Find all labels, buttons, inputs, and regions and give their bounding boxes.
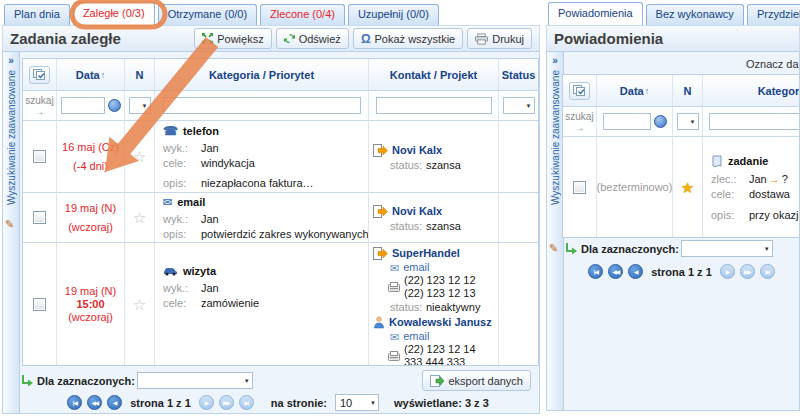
company-icon xyxy=(373,205,388,218)
date-picker-icon[interactable] xyxy=(108,99,121,112)
last-page-button[interactable]: ▶| xyxy=(239,395,254,410)
left-tab-bar: Plan dnia Zaległe (0/3) Otrzymane (0/0) … xyxy=(2,2,540,25)
prev-page-button[interactable]: ◀ xyxy=(107,395,122,410)
star-icon[interactable]: ☆ xyxy=(133,297,146,312)
status-filter-dropdown[interactable]: ▼ xyxy=(503,97,535,114)
company-icon xyxy=(373,247,388,260)
first-page-button[interactable]: |◀ xyxy=(588,264,603,279)
tab-przydzielone[interactable]: Przydzielone xyxy=(747,4,800,25)
collapse-chevron-icon[interactable]: » xyxy=(547,52,563,66)
pagination-bar: |◀ ◀◀ ◀ strona 1 z 1 ▶ ▶▶ ▶| xyxy=(564,264,799,279)
row-checkbox[interactable] xyxy=(33,298,46,311)
refresh-icon xyxy=(284,33,295,44)
row-checkbox-cell xyxy=(23,243,57,365)
column-header-category[interactable]: Kategoria / Priorytet xyxy=(155,59,369,91)
fast-prev-button[interactable]: ◀◀ xyxy=(608,264,623,279)
column-header-n[interactable]: N xyxy=(673,75,703,107)
printer-icon xyxy=(475,33,488,45)
edit-pencil-icon[interactable]: ✎ xyxy=(549,242,558,255)
bulk-action-dropdown[interactable]: ▼ xyxy=(681,240,773,257)
date-filter-input[interactable] xyxy=(603,113,651,130)
fast-next-button[interactable]: ▶▶ xyxy=(219,395,234,410)
tab-zalegle[interactable]: Zaległe (0/3) xyxy=(73,2,155,25)
export-data-button[interactable]: eksport danych xyxy=(422,370,531,391)
apply-arrow-icon xyxy=(566,243,577,255)
date-filter-input[interactable] xyxy=(61,97,105,114)
n-filter-dropdown[interactable]: ▼ xyxy=(129,97,151,114)
page-title: Powiadomienia xyxy=(554,30,663,47)
star-icon[interactable]: ☆ xyxy=(133,149,146,164)
prev-page-button[interactable]: ◀ xyxy=(628,264,643,279)
column-header-contact[interactable]: Kontakt / Projekt xyxy=(369,59,499,91)
select-all-button[interactable] xyxy=(569,82,590,100)
right-content: » Wyszukiwanie zaawansowane ✎ Oznacz da … xyxy=(546,52,800,411)
contact-link[interactable]: SuperHandel xyxy=(373,247,498,260)
column-header-date[interactable]: Data↑ xyxy=(597,75,673,107)
mark-date-label: Oznacz da xyxy=(746,58,799,70)
category-filter-cell xyxy=(703,107,800,137)
notification-category-cell: zadanie zlec.:Jan→? cele:dostawa opis:pr… xyxy=(703,137,800,237)
collapse-chevron-icon[interactable]: » xyxy=(3,52,19,66)
fax-icon xyxy=(388,351,400,361)
date-picker-icon[interactable] xyxy=(654,115,667,128)
category-filter-input[interactable] xyxy=(709,113,800,130)
envelope-icon: ✉ xyxy=(390,263,399,273)
first-page-button[interactable]: |◀ xyxy=(67,395,82,410)
omega-icon: Ω xyxy=(361,34,371,44)
enlarge-button[interactable]: Powiększ xyxy=(194,28,271,49)
fast-prev-button[interactable]: ◀◀ xyxy=(87,395,102,410)
select-all-button[interactable] xyxy=(29,66,50,84)
column-header-date[interactable]: Data↑ xyxy=(57,59,125,91)
notifications-panel: Powiadomienia Bez wykonawcy Przydzielone… xyxy=(546,2,800,411)
contact-link[interactable]: Novi Kalx xyxy=(373,144,498,157)
person-link[interactable]: Kowalewski Janusz xyxy=(373,316,498,329)
tab-otrzymane[interactable]: Otrzymane (0/0) xyxy=(158,4,257,25)
row-checkbox[interactable] xyxy=(33,211,46,224)
next-page-button[interactable]: ▶ xyxy=(720,264,735,279)
column-header-status[interactable]: Status xyxy=(499,59,538,91)
edit-pencil-icon[interactable]: ✎ xyxy=(5,218,14,231)
column-header-n[interactable]: N xyxy=(125,59,155,91)
row-checkbox[interactable] xyxy=(573,181,586,194)
task-contact-cell: SuperHandel ✉email (22) 123 12 12(22) 12… xyxy=(369,243,499,365)
overdue-tasks-panel: Plan dnia Zaległe (0/3) Otrzymane (0/0) … xyxy=(2,2,540,414)
per-page-dropdown[interactable]: 10▼ xyxy=(335,394,379,411)
tab-zlecone[interactable]: Zlecone (0/4) xyxy=(260,4,345,25)
favorite-cell: ☆ xyxy=(125,121,155,193)
task-date: 16 maj (Cz)(-4 dni) xyxy=(57,121,125,193)
next-page-button[interactable]: ▶ xyxy=(199,395,214,410)
task-category-cell: ✉email wyk.:Jan opis:potwierdzić zakres … xyxy=(155,193,369,243)
star-icon[interactable]: ☆ xyxy=(133,210,146,225)
search-label: szukaj→ xyxy=(563,107,597,137)
for-selected-label: Dla zaznaczonych: xyxy=(37,375,135,387)
tab-powiadomienia[interactable]: Powiadomienia xyxy=(548,2,643,25)
show-all-button[interactable]: Ω Pokaż wszystkie xyxy=(353,28,463,49)
car-icon xyxy=(163,266,178,276)
advanced-search-sidebar[interactable]: » Wyszukiwanie zaawansowane ✎ xyxy=(3,52,20,413)
row-checkbox[interactable] xyxy=(33,150,46,163)
email-link[interactable]: ✉email xyxy=(390,261,498,274)
contact-link[interactable]: Novi Kalx xyxy=(373,205,498,218)
tab-plan-dnia[interactable]: Plan dnia xyxy=(4,4,70,25)
left-toolbar: Powiększ Odśwież Ω Pokaż wszystkie Druku… xyxy=(194,28,532,49)
n-filter-dropdown[interactable]: ▼ xyxy=(677,113,699,130)
column-header-category[interactable]: Kategoria xyxy=(703,75,800,107)
fax-icon xyxy=(388,282,400,292)
fast-next-button[interactable]: ▶▶ xyxy=(740,264,755,279)
row-checkbox-cell xyxy=(23,121,57,193)
star-icon[interactable]: ★ xyxy=(681,180,694,195)
print-button[interactable]: Drukuj xyxy=(467,28,532,49)
category-filter-input[interactable] xyxy=(163,97,361,114)
company-icon xyxy=(373,144,388,157)
last-page-button[interactable]: ▶| xyxy=(760,264,775,279)
bulk-action-dropdown[interactable]: ▼ xyxy=(137,372,253,389)
refresh-button[interactable]: Odśwież xyxy=(276,28,349,49)
email-link[interactable]: ✉email xyxy=(390,330,498,343)
row-checkbox-cell xyxy=(23,193,57,243)
contact-filter-input[interactable] xyxy=(376,97,492,114)
tab-uzupelnij[interactable]: Uzupełnij (0/0) xyxy=(348,4,439,25)
page-indicator: strona 1 z 1 xyxy=(130,397,191,409)
advanced-search-label: Wyszukiwanie zaawansowane xyxy=(550,70,561,205)
email-icon: ✉ xyxy=(163,197,172,207)
tab-bez-wykonawcy[interactable]: Bez wykonawcy xyxy=(646,4,744,25)
